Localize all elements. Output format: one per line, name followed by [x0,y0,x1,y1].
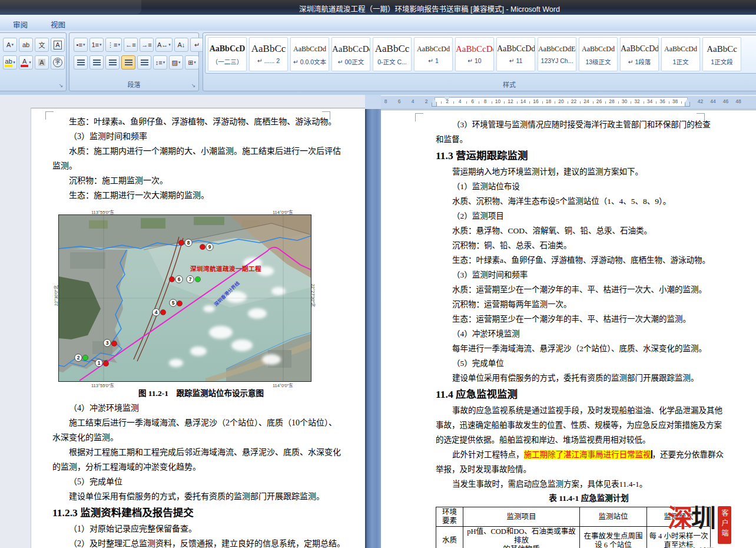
title-bar[interactable]: 深圳湾航道疏浚工程（一期）环境影响报告书送审稿 [兼容模式] - Microso… [0,0,756,15]
text-line: （3）监测时间和频率 [52,129,350,144]
style-card[interactable]: AaBbCcDd↵ 10 [455,37,494,71]
line-spacing-icon: ↕≡ [155,59,163,66]
numbering-button[interactable]: 1≡▾ [89,38,104,52]
dropdown-caret-icon: ▾ [29,60,31,65]
ruler-number: 22 [571,98,576,104]
style-card[interactable]: AaBbCcDd13级正文 [579,37,618,71]
style-card[interactable]: AaBbCcDd↵ 00正文 [331,37,370,71]
ruler-tick [681,101,682,104]
asian-layout-button[interactable]: A↔▾ [155,38,173,52]
style-label: ↵ ...... 2 [250,57,287,64]
ruler-tick [479,101,479,104]
style-label: ↵ 10 [456,57,493,64]
style-card[interactable]: AaBbCcDd↵ 0.0.0文本 [290,37,329,71]
distributed-button[interactable] [137,55,151,70]
style-card[interactable]: AaBbCcDd↵ 1段落 [620,37,659,71]
text-line: 营运期纳入地方环境监测计划，建议的监测方案如下。 [436,164,742,179]
style-preview: AaBbCcDd [579,41,617,57]
style-label: ↵ 1段落 [621,57,658,66]
ruler-number: 12 [508,98,513,104]
enclose-characters-button[interactable]: 字 [51,55,65,70]
page-left[interactable]: 生态：叶绿素a、鱼卵仔鱼、浮游植物、浮游动物、底栖生物、游泳动物。（3）监测时间… [31,108,365,548]
ruler-number: 44 [710,98,715,104]
sznews-watermark: 深圳 客户端 深圳新闻网 [668,506,756,548]
section-heading: 11.3 营运期跟踪监测 [436,147,742,164]
style-card[interactable]: AaBbCcDd↵ 11 [496,37,535,71]
pane-divider-top [365,95,381,109]
right-indent-marker[interactable] [685,102,690,107]
station-number: 3 [106,340,109,346]
align-right-button[interactable] [105,55,120,70]
style-label: ↵ 11 [497,57,535,64]
ruler-tick [580,101,581,104]
borders-icon: ⊞ [188,59,193,67]
style-card[interactable]: AaBbCcDdEe123YJ Ch... [538,37,576,71]
bullets-button[interactable]: •≡▾ [74,38,88,52]
left-document-pane: 生态：叶绿素a、鱼卵仔鱼、浮游植物、浮游动物、底栖生物、游泳动物。（3）监测时间… [0,95,365,548]
style-card[interactable]: AaBbCcDd1正文 [661,37,700,71]
multilevel-list-button[interactable]: ⋮≡▾ [105,38,122,52]
tab-review[interactable]: 审阅 [8,17,32,32]
station-dot [111,341,117,346]
station-dot [160,309,165,315]
font-dialog-launcher-icon[interactable]: ↘ [58,82,64,89]
ruler-number: 48 [735,98,741,104]
table-header-cell: 环境要素 [436,507,463,527]
ruler-number: 26 [596,98,602,104]
text-line: 生态：运营期至少在一个潮汐年的丰、平、枯进行一次大潮的监测。 [436,312,742,326]
station-number: 7 [189,276,192,282]
borders-button[interactable]: ⊞▾ [185,55,199,70]
style-card[interactable]: AaBbCc0-正文 C... [373,37,412,71]
align-left-button[interactable] [74,55,88,70]
style-card[interactable]: AaBbCc↵ ...... 2 [249,37,288,71]
style-card[interactable]: AaBbCcDd↵ 1 [414,37,453,71]
text-highlight-color-button[interactable]: ab▾ [3,55,17,70]
horizontal-ruler[interactable]: 8642246810121416182022242628303234363842… [381,96,756,109]
style-card[interactable]: AaBbCc1正文段 [702,37,741,71]
justify-button[interactable] [121,55,135,70]
text-line: （4）冲淤环境监测 [52,401,350,415]
satellite-map: 深圳湾航道疏浚一期工程 深圳香港分界线 123456789 [58,214,311,382]
align-center-button[interactable] [89,55,104,70]
font-color-button[interactable]: A▾ [19,55,33,70]
dropdown-caret-icon: ▾ [194,60,196,65]
clear-formatting-button[interactable]: ab [19,38,33,52]
text-line: （1）监测站位布设 [436,179,742,194]
station-number: 2 [77,355,80,361]
text-line: 和监督。 [436,132,742,147]
crop-mark-icon [697,113,705,121]
text-line: 沉积物：铜、铅、总汞、石油类。 [436,238,742,253]
page-right[interactable]: （3）环境管理与监测情况应随时接受海洋行政主管部门和环保部门的检查和监督。11.… [381,110,756,548]
phonetic-guide-button[interactable]: 文 [35,38,49,52]
character-border-button[interactable]: A [51,38,65,52]
style-label: 0-正文 C... [373,57,411,66]
text-line: （5）完成单位 [436,356,742,371]
style-card[interactable]: AaBbCcD（一二三） [208,37,247,71]
align-center-icon [93,60,101,66]
left-indent-marker[interactable] [432,102,437,107]
caption: 表 11.4-1 应急监测计划 [436,491,742,506]
ruler-tick [593,101,593,104]
decrease-indent-button[interactable]: ←≡ [124,38,138,52]
ruler-number: 8 [484,98,487,104]
station-dot [200,244,205,249]
line-spacing-button[interactable]: ↕≡▾ [153,55,167,70]
window-title: 深圳湾航道疏浚工程（一期）环境影响报告书送审稿 [兼容模式] - Microso… [299,3,560,14]
ruler-tick [441,101,442,104]
tab-view[interactable]: 视图 [46,17,70,32]
sort-button[interactable]: A↓ [174,38,188,52]
text-line: 此外针对工程特点，施工期除了湛江海事局进行日常监视，还要充分依靠群众 [436,447,742,462]
shading-button[interactable]: ▨▾ [169,55,183,70]
style-preview: AaBbCc [373,41,411,57]
style-preview: AaBbCcDd [497,41,535,57]
increase-indent-button[interactable]: →≡ [140,38,154,52]
sznews-client-badge: 客户端 [718,506,731,544]
dropdown-caret-icon: ▾ [178,60,181,65]
ruler-tick [669,101,669,104]
text-line: 监测。 [52,159,350,173]
pane-scrollbar[interactable] [365,109,381,548]
change-case-icon: A [6,41,11,48]
character-shading-button[interactable]: A [35,55,49,70]
asian-layout-icon: A↔ [157,41,168,48]
change-case-button[interactable]: A▾ [3,38,17,52]
